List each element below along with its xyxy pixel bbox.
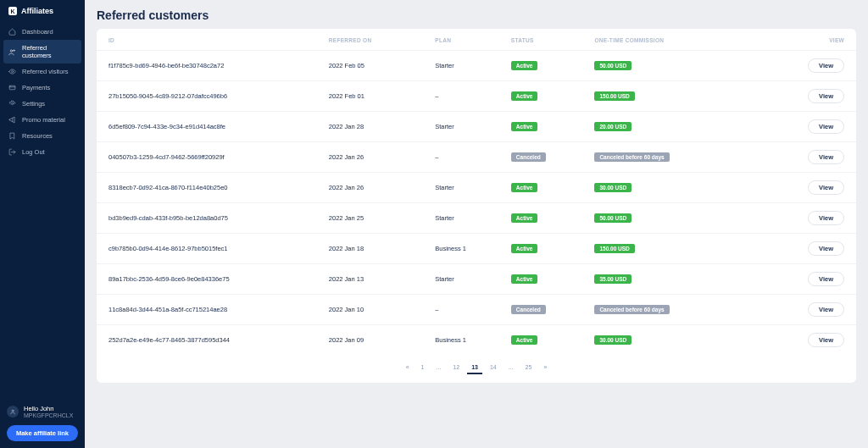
commission-badge: Canceled before 60 days bbox=[594, 305, 669, 314]
cell-view: View bbox=[750, 264, 856, 295]
view-button[interactable]: View bbox=[808, 302, 844, 317]
svg-point-1 bbox=[14, 49, 15, 51]
svg-point-0 bbox=[10, 49, 12, 51]
page-link[interactable]: 12 bbox=[448, 362, 464, 374]
cell-id: 252d7a2e-e49e-4c77-8465-3877d595d344 bbox=[97, 325, 317, 356]
avatar bbox=[7, 406, 19, 418]
cell-status: Active bbox=[499, 325, 583, 356]
cell-referred: 2022 Jan 28 bbox=[317, 112, 423, 142]
megaphone-icon bbox=[8, 116, 16, 124]
view-button[interactable]: View bbox=[808, 333, 844, 347]
cell-status: Active bbox=[499, 234, 583, 264]
user-block[interactable]: Hello John MPKGFPCRHCLX bbox=[7, 405, 78, 418]
sidebar-item-label: Payments bbox=[22, 84, 50, 91]
table-row: 89a17bbc-2536-4d59-8ce6-9e0e84336e752022… bbox=[97, 264, 856, 295]
page-link[interactable]: 13 bbox=[467, 362, 482, 374]
cell-status: Active bbox=[499, 173, 583, 203]
cell-plan: – bbox=[423, 81, 499, 112]
cell-id: 040507b3-1259-4cd7-9462-5669ff20929f bbox=[97, 142, 317, 173]
view-button[interactable]: View bbox=[808, 58, 844, 73]
sidebar-item-label: Settings bbox=[22, 100, 45, 108]
commission-badge: 50.00 USD bbox=[594, 213, 632, 223]
cell-referred: 2022 Jan 25 bbox=[317, 203, 423, 234]
status-badge: Active bbox=[511, 244, 538, 253]
table-row: 040507b3-1259-4cd7-9462-5669ff20929f2022… bbox=[97, 142, 856, 173]
pagination: «1...121314...25» bbox=[97, 362, 856, 374]
cell-plan: – bbox=[423, 142, 499, 173]
view-button[interactable]: View bbox=[808, 180, 844, 195]
cell-plan: Starter bbox=[423, 112, 499, 142]
cell-referred: 2022 Feb 01 bbox=[317, 81, 423, 112]
status-badge: Canceled bbox=[511, 305, 546, 314]
view-button[interactable]: View bbox=[808, 89, 844, 103]
cell-commission: Canceled before 60 days bbox=[582, 295, 749, 325]
sidebar-item-payments[interactable]: Payments bbox=[0, 80, 85, 96]
cell-view: View bbox=[750, 295, 856, 325]
col-header-commission: ONE-TIME COMMISSION bbox=[582, 29, 749, 51]
sidebar-item-dashboard[interactable]: Dashboard bbox=[0, 24, 85, 40]
svg-point-4 bbox=[11, 102, 13, 104]
cell-referred: 2022 Jan 13 bbox=[317, 264, 423, 295]
page-link[interactable]: » bbox=[539, 362, 551, 374]
cell-view: View bbox=[750, 142, 856, 173]
cell-plan: Business 1 bbox=[423, 234, 499, 264]
sidebar-item-settings[interactable]: Settings bbox=[0, 96, 85, 112]
sidebar-item-referred-visitors[interactable]: Referred visitors bbox=[0, 64, 85, 80]
commission-badge: 30.00 USD bbox=[594, 183, 632, 192]
page-link[interactable]: 1 bbox=[417, 362, 429, 374]
table-row: 11c8a84d-3d44-451a-8a5f-cc715214ae282022… bbox=[97, 295, 856, 325]
cell-plan: Starter bbox=[423, 173, 499, 203]
status-badge: Active bbox=[511, 61, 538, 70]
view-button[interactable]: View bbox=[808, 211, 844, 225]
logout-icon bbox=[8, 148, 16, 156]
page-link[interactable]: « bbox=[402, 362, 414, 374]
cell-referred: 2022 Feb 05 bbox=[317, 51, 423, 81]
view-button[interactable]: View bbox=[808, 150, 844, 164]
sidebar-item-referred-customers[interactable]: Referred customers bbox=[3, 40, 81, 64]
view-button[interactable]: View bbox=[808, 119, 844, 134]
sidebar-item-label: Log Out bbox=[22, 148, 45, 156]
cell-status: Active bbox=[499, 203, 583, 234]
cell-status: Active bbox=[499, 264, 583, 295]
make-affiliate-link-button[interactable]: Make affiliate link bbox=[7, 425, 78, 441]
cell-id: f1f785c9-bd69-4946-be6f-be30748c2a72 bbox=[97, 51, 317, 81]
table-row: 27b15050-9045-4c89-9212-07dafcc496b62022… bbox=[97, 81, 856, 112]
cell-commission: Canceled before 60 days bbox=[582, 142, 749, 173]
status-badge: Active bbox=[511, 122, 538, 131]
cell-plan: Starter bbox=[423, 264, 499, 295]
table-row: 6d5ef809-7c94-433e-9c34-e91d414ac8fe2022… bbox=[97, 112, 856, 142]
svg-point-5 bbox=[12, 410, 14, 412]
svg-point-2 bbox=[11, 70, 13, 72]
page-ellipsis: ... bbox=[432, 362, 446, 374]
sidebar-item-label: Resources bbox=[22, 132, 53, 140]
col-header-status: STATUS bbox=[499, 29, 583, 51]
table-row: 252d7a2e-e49e-4c77-8465-3877d595d3442022… bbox=[97, 325, 856, 356]
col-header-id: ID bbox=[97, 29, 317, 51]
view-button[interactable]: View bbox=[808, 272, 844, 286]
col-header-plan: PLAN bbox=[423, 29, 499, 51]
credit-card-icon bbox=[8, 84, 16, 91]
cell-commission: 50.00 USD bbox=[582, 203, 749, 234]
view-button[interactable]: View bbox=[808, 241, 844, 256]
cell-view: View bbox=[750, 203, 856, 234]
cell-id: bd3b9ed9-cdab-433f-b95b-be12da8a0d75 bbox=[97, 203, 317, 234]
sidebar-item-logout[interactable]: Log Out bbox=[0, 144, 85, 160]
sidebar-header: K Affiliates bbox=[0, 0, 85, 22]
user-info: Hello John MPKGFPCRHCLX bbox=[24, 405, 73, 418]
status-badge: Active bbox=[511, 91, 538, 101]
cell-status: Active bbox=[499, 51, 583, 81]
cell-view: View bbox=[750, 51, 856, 81]
table-row: 8318ecb7-0d92-41ca-8670-f114e40b25e02022… bbox=[97, 173, 856, 203]
cell-id: 27b15050-9045-4c89-9212-07dafcc496b6 bbox=[97, 81, 317, 112]
cell-view: View bbox=[750, 173, 856, 203]
page-link[interactable]: 25 bbox=[521, 362, 537, 374]
brand-name: Affiliates bbox=[21, 7, 53, 15]
page-ellipsis: ... bbox=[504, 362, 518, 374]
commission-badge: 150.00 USD bbox=[594, 244, 634, 253]
commission-badge: 30.00 USD bbox=[594, 335, 632, 345]
page-link[interactable]: 14 bbox=[486, 362, 501, 374]
table-row: bd3b9ed9-cdab-433f-b95b-be12da8a0d752022… bbox=[97, 203, 856, 234]
sidebar-item-promo-material[interactable]: Promo material bbox=[0, 112, 85, 128]
sidebar-item-resources[interactable]: Resources bbox=[0, 128, 85, 144]
cell-id: 6d5ef809-7c94-433e-9c34-e91d414ac8fe bbox=[97, 112, 317, 142]
